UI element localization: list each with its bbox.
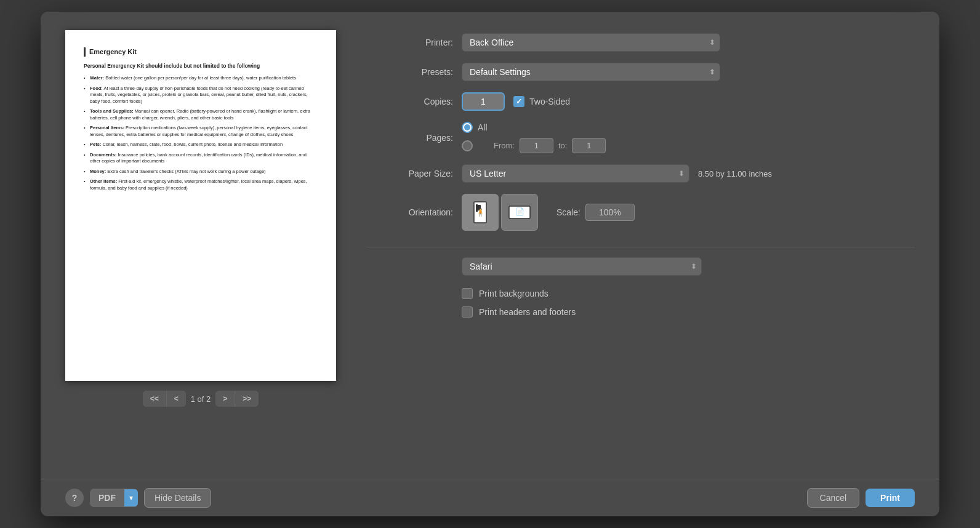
list-item: Pets: Collar, leash, harness, crate, foo… xyxy=(84,142,318,148)
to-input[interactable] xyxy=(572,138,606,153)
pages-range-row: From: to: xyxy=(462,138,606,153)
preview-title: Emergency Kit xyxy=(84,47,318,57)
print-headers-footers-label: Print headers and footers xyxy=(479,307,576,317)
copies-row: Copies: Two-Sided xyxy=(367,92,915,111)
preview-list: Water: Bottled water (one gallon per per… xyxy=(84,75,318,191)
first-page-button[interactable]: << xyxy=(143,391,166,407)
two-sided-label: Two-Sided xyxy=(529,97,570,106)
orientation-buttons: 🧍 📄 xyxy=(462,194,538,231)
pdf-button[interactable]: PDF xyxy=(90,489,124,507)
pages-label: Pages: xyxy=(367,133,453,143)
presets-row: Presets: Default Settings xyxy=(367,63,915,81)
printer-row: Printer: Back OfficePDFOther Printer xyxy=(367,33,915,52)
prev-page-button[interactable]: < xyxy=(167,391,186,407)
list-item: Money: Extra cash and traveler's checks … xyxy=(84,169,318,175)
pages-row: Pages: All From: to: xyxy=(367,122,915,153)
checkboxes-section: Print backgrounds Print headers and foot… xyxy=(462,288,915,318)
list-item: Personal Items: Prescription medications… xyxy=(84,125,318,138)
cancel-button[interactable]: Cancel xyxy=(807,488,860,508)
print-backgrounds-row: Print backgrounds xyxy=(462,288,915,299)
pages-options: All From: to: xyxy=(462,122,606,153)
printer-label: Printer: xyxy=(367,38,453,47)
list-item: Documents: Insurance policies, bank acco… xyxy=(84,152,318,165)
landscape-button[interactable]: 📄 xyxy=(501,194,538,231)
copies-label: Copies: xyxy=(367,97,453,106)
pages-from-to-group: From: to: xyxy=(494,138,606,153)
print-backgrounds-checkbox[interactable] xyxy=(462,288,473,299)
preview-subtitle: Personal Emergency Kit should include bu… xyxy=(84,63,318,70)
list-item: Other Items: First-aid kit, emergency wh… xyxy=(84,178,318,191)
orientation-row: Orientation: 🧍 📄 xyxy=(367,194,915,231)
from-label: From: xyxy=(494,141,515,150)
help-button[interactable]: ? xyxy=(65,489,84,507)
page-indicator: 1 of 2 xyxy=(191,394,211,404)
print-headers-footers-row: Print headers and footers xyxy=(462,306,915,318)
safari-row: Safari xyxy=(462,257,915,276)
presets-select-wrapper: Default Settings xyxy=(462,63,720,81)
list-item: Food: At least a three-day supply of non… xyxy=(84,86,318,105)
scale-label: Scale: xyxy=(556,207,580,217)
print-backgrounds-label: Print backgrounds xyxy=(479,289,548,298)
print-headers-footers-checkbox[interactable] xyxy=(462,306,473,318)
from-input[interactable] xyxy=(520,138,553,153)
divider xyxy=(367,247,915,247)
page-preview: Emergency Kit Personal Emergency Kit sho… xyxy=(65,30,336,381)
pagination-controls: << < 1 of 2 > >> xyxy=(143,391,259,407)
pages-range-radio[interactable] xyxy=(462,140,473,151)
nav-next-last-group: > >> xyxy=(215,391,259,407)
pages-all-radio[interactable] xyxy=(462,122,473,133)
paper-size-note: 8.50 by 11.00 inches xyxy=(698,169,772,178)
printer-select-wrapper: Back OfficePDFOther Printer xyxy=(462,33,720,52)
landscape-icon: 📄 xyxy=(508,204,531,221)
list-item: Water: Bottled water (one gallon per per… xyxy=(84,75,318,82)
print-button[interactable]: Print xyxy=(866,489,915,507)
scale-group: Scale: 100% xyxy=(556,204,635,221)
next-page-button[interactable]: > xyxy=(215,391,235,407)
two-sided-checkbox[interactable] xyxy=(513,96,524,107)
list-item: Tools and Supplies: Manual can opener, R… xyxy=(84,108,318,121)
copies-input[interactable] xyxy=(462,92,505,111)
preview-section: Emergency Kit Personal Emergency Kit sho… xyxy=(65,30,336,466)
pages-all-label: All xyxy=(478,122,488,132)
controls-section: Printer: Back OfficePDFOther Printer Pre… xyxy=(367,30,915,466)
dialog-footer: ? PDF ▾ Hide Details Cancel Print xyxy=(41,479,939,516)
safari-select[interactable]: Safari xyxy=(462,257,702,276)
pdf-btn-group: PDF ▾ xyxy=(90,489,138,507)
pdf-dropdown-button[interactable]: ▾ xyxy=(124,489,138,506)
portrait-button[interactable]: 🧍 xyxy=(462,194,499,231)
safari-select-wrapper: Safari xyxy=(462,257,702,276)
svg-text:🧍: 🧍 xyxy=(476,207,485,217)
svg-text:📄: 📄 xyxy=(515,207,524,216)
portrait-icon: 🧍 xyxy=(472,201,489,223)
nav-first-prev-group: << < xyxy=(143,391,186,407)
paper-size-select-wrapper: US Letter US Legal A4 xyxy=(462,164,689,183)
scale-value: 100% xyxy=(585,204,635,221)
paper-size-label: Paper Size: xyxy=(367,169,453,178)
hide-details-button[interactable]: Hide Details xyxy=(144,488,211,508)
to-label: to: xyxy=(558,141,567,150)
orientation-label: Orientation: xyxy=(367,207,453,217)
paper-size-select[interactable]: US Letter US Legal A4 xyxy=(462,164,689,183)
two-sided-group: Two-Sided xyxy=(513,96,570,107)
paper-size-row: Paper Size: US Letter US Legal A4 8.50 b… xyxy=(367,164,915,183)
presets-select[interactable]: Default Settings xyxy=(462,63,720,81)
printer-select[interactable]: Back OfficePDFOther Printer xyxy=(462,33,720,52)
presets-label: Presets: xyxy=(367,67,453,77)
last-page-button[interactable]: >> xyxy=(235,391,259,407)
pages-all-row: All xyxy=(462,122,606,133)
